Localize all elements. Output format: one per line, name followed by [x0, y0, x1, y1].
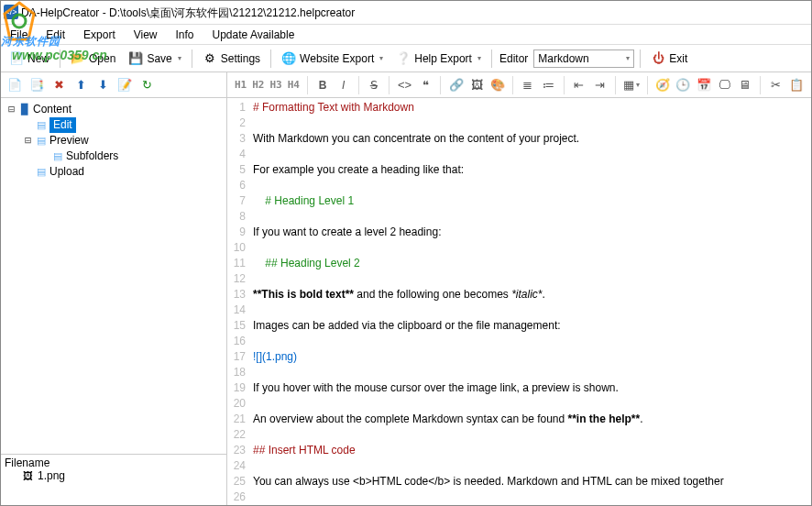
line-gutter: 1234567891011121314151617181920212223242…	[227, 98, 249, 505]
compass-icon[interactable]: 🧭	[655, 77, 671, 94]
move-up-icon[interactable]: ⬆	[72, 78, 89, 93]
editor-combo[interactable]: Markdown▾	[533, 50, 634, 68]
window-title: DA-HelpCreator - D:\tools\桌面\河东软件园\21212…	[21, 6, 355, 19]
preview-icon[interactable]: 🖵	[717, 77, 732, 94]
add-page-icon[interactable]: 📄	[6, 78, 23, 93]
tree-preview[interactable]: ⊟ ▤ Preview	[23, 133, 225, 148]
table-icon[interactable]: ▦▾	[623, 77, 640, 94]
page-props-icon[interactable]: 📝	[116, 78, 133, 93]
new-button[interactable]: 📄 New	[5, 49, 54, 69]
image-icon[interactable]: 🖼	[469, 77, 485, 94]
filename-label: Filename	[5, 456, 223, 469]
editor-label: Editor	[499, 52, 528, 65]
separator	[491, 50, 492, 68]
bold-icon[interactable]: B	[315, 77, 331, 94]
open-icon: 📂	[71, 51, 85, 66]
filename-panel: Filename 🖼 1.png	[1, 454, 226, 505]
list-ul-icon[interactable]: ≣	[521, 77, 536, 94]
separator	[60, 50, 60, 68]
save-icon: 💾	[128, 51, 143, 66]
editor-toolbar: H1 H2 H3 H4 B I S̶ <> ❝ 🔗 🖼 🎨 ≣ ≔ ⇤ ⇥ ▦▾…	[227, 72, 811, 97]
h2-button[interactable]: H2	[252, 79, 264, 91]
italic-icon[interactable]: I	[335, 77, 351, 94]
outdent-icon[interactable]: ⇤	[572, 77, 587, 94]
h4-button[interactable]: H4	[288, 79, 300, 91]
cut-icon[interactable]: ✂	[768, 77, 784, 94]
menu-view[interactable]: View	[125, 28, 167, 41]
settings-button[interactable]: ⚙ Settings	[198, 49, 265, 69]
help-export-button[interactable]: ❔ Help Export▾	[391, 49, 486, 69]
move-down-icon[interactable]: ⬇	[94, 78, 111, 93]
menu-update[interactable]: Update Available	[203, 28, 304, 41]
tree-upload[interactable]: ▤ Upload	[23, 164, 225, 180]
monitor-icon[interactable]: 🖥	[738, 77, 753, 94]
file-item[interactable]: 🖼 1.png	[5, 469, 223, 482]
quote-icon[interactable]: ❝	[418, 77, 433, 94]
website-export-button[interactable]: 🌐 Website Export▾	[277, 49, 388, 69]
code-area[interactable]: # Formatting Text with MarkdownWith Mark…	[249, 98, 811, 505]
titlebar: </> DA-HelpCreator - D:\tools\桌面\河东软件园\2…	[1, 1, 811, 25]
secondary-toolbar-row: 📄 📑 ✖ ⬆ ⬇ 📝 ↻ H1 H2 H3 H4 B I S̶ <> ❝ 🔗 …	[1, 72, 811, 98]
page-icon: ▤	[51, 150, 64, 163]
image-file-icon: 🖼	[21, 469, 34, 482]
indent-icon[interactable]: ⇥	[592, 77, 608, 94]
link-icon[interactable]: 🔗	[448, 77, 464, 94]
refresh-icon[interactable]: ↻	[138, 78, 155, 93]
main-area: ⊟ ▉ Content ▤ Edit ⊟ ▤ Preview	[1, 98, 811, 505]
page-icon: ▤	[35, 119, 48, 132]
h1-button[interactable]: H1	[235, 79, 247, 91]
list-ol-icon[interactable]: ≔	[541, 77, 556, 94]
app-icon: </>	[4, 5, 18, 19]
separator	[640, 50, 641, 68]
menu-edit[interactable]: Edit	[37, 28, 74, 41]
menu-file[interactable]: File	[1, 28, 37, 41]
color-icon[interactable]: 🎨	[489, 77, 505, 94]
gear-icon: ⚙	[203, 51, 217, 66]
codeblock-icon[interactable]: <>	[397, 77, 412, 94]
separator	[270, 50, 271, 68]
strike-icon[interactable]: S̶	[367, 77, 382, 94]
calendar-icon[interactable]: 📅	[697, 77, 712, 94]
tree-toolbar: 📄 📑 ✖ ⬆ ⬇ 📝 ↻	[1, 72, 227, 97]
save-button[interactable]: 💾 Save▾	[124, 49, 185, 69]
tree-edit[interactable]: ▤ Edit	[23, 117, 225, 133]
new-icon: 📄	[9, 51, 24, 66]
help-book-icon: ❔	[396, 51, 411, 66]
globe-icon: 🌐	[281, 51, 296, 66]
exit-button[interactable]: ⏻ Exit	[646, 49, 692, 69]
copy-icon[interactable]: 📋	[789, 77, 805, 94]
tree-subfolders[interactable]: ▤ Subfolders	[39, 148, 225, 164]
open-button[interactable]: 📂 Open	[66, 49, 120, 69]
separator	[192, 50, 192, 68]
code-editor[interactable]: 1234567891011121314151617181920212223242…	[227, 98, 811, 505]
collapse-icon[interactable]: ⊟	[23, 133, 33, 148]
clock-icon[interactable]: 🕒	[675, 77, 691, 94]
exit-icon: ⏻	[651, 51, 665, 66]
content-tree[interactable]: ⊟ ▉ Content ▤ Edit ⊟ ▤ Preview	[1, 98, 226, 454]
book-icon: ▉	[18, 104, 31, 116]
collapse-icon[interactable]: ⊟	[6, 102, 16, 117]
h3-button[interactable]: H3	[270, 79, 282, 91]
delete-page-icon[interactable]: ✖	[50, 78, 67, 93]
menu-info[interactable]: Info	[167, 28, 203, 41]
tree-root[interactable]: ⊟ ▉ Content	[6, 102, 225, 117]
main-toolbar: 📄 New 📂 Open 💾 Save▾ ⚙ Settings 🌐 Websit…	[1, 45, 811, 72]
copy-page-icon[interactable]: 📑	[28, 78, 45, 93]
menubar: File Edit Export View Info Update Availa…	[1, 25, 811, 45]
left-panel: ⊟ ▉ Content ▤ Edit ⊟ ▤ Preview	[1, 98, 227, 505]
page-icon: ▤	[35, 166, 48, 179]
menu-export[interactable]: Export	[74, 28, 125, 41]
page-icon: ▤	[35, 135, 48, 148]
